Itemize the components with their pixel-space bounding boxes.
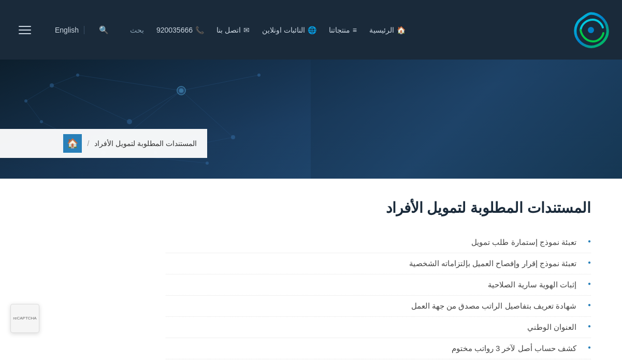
- english-label: English: [55, 26, 79, 34]
- svg-point-17: [127, 119, 132, 124]
- nav-link-home[interactable]: 🏠 الرئيسية: [369, 26, 406, 34]
- phone-icon: 📞: [195, 26, 204, 34]
- hamburger-line-1: [19, 26, 31, 27]
- email-icon: ✉: [243, 26, 250, 34]
- recaptcha-widget[interactable]: reCAPTCHA: [10, 304, 39, 333]
- breadcrumb-separator: /: [87, 139, 89, 148]
- doc-item-5: العنوان الوطني: [527, 323, 576, 331]
- home-icon: 🏠: [397, 26, 406, 34]
- nav-links: 🏠 الرئيسية ≡ منتجاتنا 🌐 النائبات اونلاين…: [39, 24, 570, 36]
- nav-link-products[interactable]: ≡ منتجاتنا: [329, 26, 357, 34]
- nav-item-english[interactable]: English: [50, 26, 84, 34]
- nav-item-contact[interactable]: ✉ اتصل بنا: [216, 26, 250, 34]
- hamburger-button[interactable]: [16, 21, 34, 39]
- list-item: تعبئة نموذج إقرار وإفصاح العميل بإلتزاما…: [166, 253, 591, 274]
- list-item: شهادة تعريف بتفاصيل الراتب مصدق من جهة ا…: [166, 296, 591, 317]
- nav-link-online-reps[interactable]: 🌐 النائبات اونلاين: [262, 26, 316, 34]
- svg-point-0: [588, 27, 594, 33]
- list-item: بطاقة او رقم الأيبان البنكي: [166, 359, 591, 364]
- svg-point-14: [50, 83, 54, 88]
- hamburger-line-2: [19, 30, 31, 31]
- svg-point-26: [179, 89, 183, 93]
- list-item: كشف حساب أصل لآخر 3 رواتب مختوم: [166, 338, 591, 359]
- content-left-sidebar: [31, 199, 145, 364]
- breadcrumb-current: المستندات المطلوبة لتمويل الأفراد: [94, 139, 197, 148]
- svg-point-15: [76, 74, 79, 77]
- globe-icon: 🌐: [308, 26, 316, 34]
- list-item: تعبئة نموذج إستمارة طلب تمويل: [166, 232, 591, 253]
- nav-label-contact: اتصل بنا: [216, 26, 241, 34]
- search-input[interactable]: [113, 26, 144, 34]
- doc-item-3: إثبات الهوية سارية الصلاحية: [488, 280, 576, 289]
- hero-background: [0, 60, 622, 179]
- nav-item-phone[interactable]: 📞 920035666: [156, 26, 204, 34]
- doc-item-4: شهادة تعريف بتفاصيل الراتب مصدق من جهة ا…: [411, 301, 576, 310]
- nav-item-home[interactable]: 🏠 الرئيسية: [369, 26, 406, 34]
- search-icon: 🔍: [99, 25, 109, 34]
- nav-label-home: الرئيسية: [369, 26, 394, 34]
- nav-item-products[interactable]: ≡ منتجاتنا: [329, 26, 357, 34]
- documents-list: تعبئة نموذج إستمارة طلب تمويل تعبئة نموذ…: [166, 232, 591, 364]
- svg-point-20: [257, 74, 261, 77]
- nav-label-phone: 920035666: [156, 26, 193, 34]
- breadcrumb: المستندات المطلوبة لتمويل الأفراد / 🏠: [0, 129, 207, 158]
- menu-icon: ≡: [353, 26, 357, 34]
- list-item: العنوان الوطني: [166, 317, 591, 338]
- nav-label-products: منتجاتنا: [329, 26, 350, 34]
- svg-point-22: [24, 99, 27, 103]
- doc-item-6: كشف حساب أصل لآخر 3 رواتب مختوم: [452, 344, 576, 353]
- hero-banner: المستندات المطلوبة لتمويل الأفراد / 🏠: [0, 60, 622, 179]
- list-item: إثبات الهوية سارية الصلاحية: [166, 274, 591, 296]
- search-button[interactable]: 🔍: [97, 24, 111, 36]
- nav-item-online-reps[interactable]: 🌐 النائبات اونلاين: [262, 26, 316, 34]
- recaptcha-label: reCAPTCHA: [13, 316, 36, 321]
- hamburger-line-3: [19, 33, 31, 34]
- nav-link-english[interactable]: English: [50, 26, 84, 34]
- nav-link-phone[interactable]: 📞 920035666: [156, 26, 204, 34]
- breadcrumb-home-button[interactable]: 🏠: [63, 134, 82, 153]
- main-content: المستندات المطلوبة لتمويل الأفراد تعبئة …: [0, 179, 622, 364]
- breadcrumb-bar: المستندات المطلوبة لتمويل الأفراد / 🏠: [0, 129, 622, 158]
- content-right: المستندات المطلوبة لتمويل الأفراد تعبئة …: [166, 199, 591, 364]
- page-title: المستندات المطلوبة لتمويل الأفراد: [166, 199, 591, 216]
- doc-item-1: تعبئة نموذج إستمارة طلب تمويل: [471, 238, 576, 246]
- company-logo[interactable]: [570, 9, 612, 51]
- nav-link-contact[interactable]: ✉ اتصل بنا: [216, 26, 250, 34]
- home-breadcrumb-icon: 🏠: [67, 138, 78, 149]
- svg-point-21: [40, 120, 43, 123]
- doc-item-2: تعبئة نموذج إقرار وإفصاح العميل بإلتزاما…: [409, 259, 576, 268]
- main-navbar: 🏠 الرئيسية ≡ منتجاتنا 🌐 النائبات اونلاين…: [0, 0, 622, 60]
- nav-item-search[interactable]: 🔍: [97, 24, 144, 36]
- svg-rect-27: [311, 60, 622, 179]
- svg-point-24: [206, 162, 209, 165]
- nav-label-online-reps: النائبات اونلاين: [262, 26, 305, 34]
